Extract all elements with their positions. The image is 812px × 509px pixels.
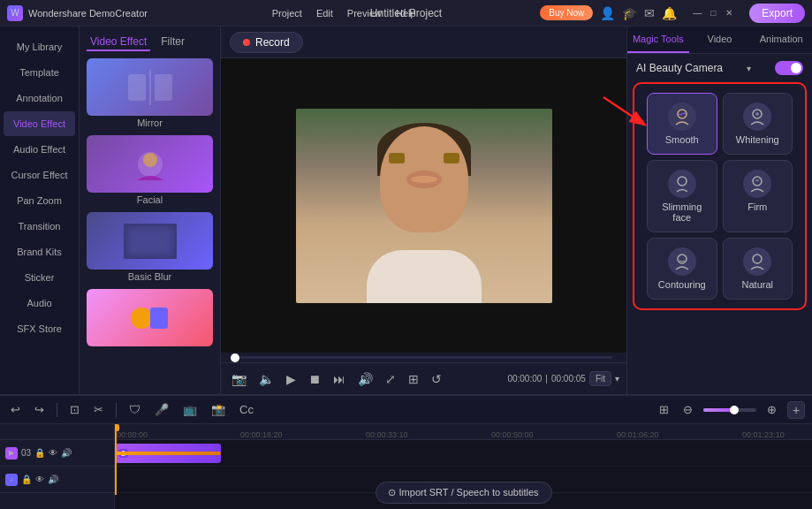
ruler-spacer xyxy=(0,424,114,440)
lock-icon[interactable]: 🔒 xyxy=(34,448,45,459)
effect-blur-thumb xyxy=(87,212,213,270)
sidebar-item-audio[interactable]: Audio xyxy=(4,291,75,315)
redo-button[interactable]: ↪ xyxy=(31,401,48,418)
play-button[interactable]: ▶ xyxy=(283,370,300,388)
audio-button[interactable]: 🔊 xyxy=(354,370,376,388)
tab-video[interactable]: Video xyxy=(689,27,751,53)
sidebar-item-brand-kits[interactable]: Brand Kits xyxy=(4,239,75,264)
undo-button[interactable]: ↩ xyxy=(7,401,24,418)
smooth-svg xyxy=(672,107,692,126)
beauty-slimming-button[interactable]: Slimming face xyxy=(647,160,717,232)
pip-button[interactable]: ⊞ xyxy=(405,370,422,388)
app-icon: W xyxy=(7,5,23,21)
timeline: ↩ ↪ ⊡ ✂ 🛡 🎤 📺 📸 Cc ⊞ ⊖ ⊕ + ▶ 03 🔒 👁 🔊 xyxy=(0,394,812,509)
stop-button[interactable]: ⏹ xyxy=(305,370,324,388)
dropdown-chevron-icon[interactable]: ▾ xyxy=(615,374,619,384)
fullscreen-button[interactable]: ⤢ xyxy=(382,370,399,388)
fit-button[interactable]: Fit xyxy=(589,371,611,386)
lock-audio-icon[interactable]: 🔒 xyxy=(21,475,32,485)
record-button[interactable]: Record xyxy=(230,32,303,53)
track-header-audio: ♪ 🔒 👁 🔊 xyxy=(0,467,114,493)
skip-forward-button[interactable]: ⏭ xyxy=(330,370,349,388)
svg-point-16 xyxy=(753,177,762,186)
beauty-firm-button[interactable]: Firm xyxy=(723,160,793,232)
right-panel: Magic Tools Video Animation AI Beauty Ca… xyxy=(626,27,812,394)
crop-button[interactable]: ⊡ xyxy=(66,401,83,418)
hat-icon[interactable]: 🎓 xyxy=(622,6,637,20)
track-video-icon: ▶ xyxy=(5,447,18,460)
facial-svg xyxy=(124,147,177,182)
mirror-svg xyxy=(124,70,177,105)
sidebar-item-sfx-store[interactable]: SFX Store xyxy=(4,316,75,341)
import-srt-button[interactable]: ⊙ Import SRT / Speech to subtitles xyxy=(375,482,551,504)
screen-button[interactable]: 📺 xyxy=(179,401,201,418)
zoom-in-button[interactable]: ⊕ xyxy=(763,401,780,418)
ruler-2: 00:00:33:10 xyxy=(366,430,408,439)
beauty-contouring-button[interactable]: Contouring xyxy=(647,238,717,300)
maximize-button[interactable]: □ xyxy=(707,7,719,19)
mail-icon[interactable]: ✉ xyxy=(644,6,655,20)
whitening-svg xyxy=(747,107,767,126)
caption-button[interactable]: Cc xyxy=(236,401,257,418)
beauty-smooth-button[interactable]: Smooth xyxy=(647,93,717,155)
audio-track-icon[interactable]: 🔊 xyxy=(61,448,72,458)
eye-audio-icon[interactable]: 👁 xyxy=(35,475,44,484)
add-track-button[interactable]: + xyxy=(787,401,805,419)
tab-animation[interactable]: Animation xyxy=(750,27,812,53)
preview-progress-bar[interactable] xyxy=(221,353,626,362)
sidebar-item-pan-zoom[interactable]: Pan Zoom xyxy=(4,188,75,213)
effect-basic-blur[interactable]: Basic Blur xyxy=(87,212,213,282)
bell-icon[interactable]: 🔔 xyxy=(662,6,677,20)
panel-tabs: Video Effect Filter xyxy=(87,34,213,51)
window-controls[interactable]: — □ ✕ xyxy=(691,7,735,19)
progress-track[interactable] xyxy=(235,356,612,359)
svg-point-15 xyxy=(678,177,687,186)
sidebar-item-cursor-effect[interactable]: Cursor Effect xyxy=(4,163,75,187)
effect-mirror[interactable]: Mirror xyxy=(87,58,213,128)
eye-icon[interactable]: 👁 xyxy=(49,448,57,458)
time-total: 00:00:05 xyxy=(551,374,586,384)
beauty-grid-highlight: Smooth Whitening xyxy=(633,82,807,310)
progress-thumb[interactable] xyxy=(231,353,239,362)
snapshot-button[interactable]: 📷 xyxy=(228,370,250,388)
volume-button[interactable]: 🔈 xyxy=(255,370,277,388)
sidebar-item-audio-effect[interactable]: Audio Effect xyxy=(4,137,75,162)
playhead-head xyxy=(115,424,119,431)
mute-icon[interactable]: 🔊 xyxy=(48,475,58,484)
beauty-natural-button[interactable]: Natural xyxy=(723,238,793,300)
effect-facial[interactable]: Facial xyxy=(87,135,213,205)
menu-project[interactable]: Project xyxy=(272,8,302,19)
split-button[interactable]: ✂ xyxy=(90,401,107,418)
playhead[interactable] xyxy=(115,424,117,495)
camera-button[interactable]: 📸 xyxy=(208,401,229,418)
ai-beauty-toggle[interactable] xyxy=(775,61,803,75)
zoom-fit-button[interactable]: ⊞ xyxy=(656,401,672,418)
user-icon[interactable]: 👤 xyxy=(600,6,615,20)
tab-video-effect[interactable]: Video Effect xyxy=(87,34,150,51)
effect-other[interactable] xyxy=(87,289,213,346)
sidebar-item-my-library[interactable]: My Library xyxy=(4,34,75,59)
sidebar-item-video-effect[interactable]: Video Effect xyxy=(4,111,75,136)
minimize-button[interactable]: — xyxy=(691,7,703,19)
tab-filter[interactable]: Filter xyxy=(157,34,188,51)
sidebar-item-template[interactable]: Template xyxy=(4,60,75,85)
zoom-out-button[interactable]: ⊖ xyxy=(679,401,696,418)
menu-edit[interactable]: Edit xyxy=(316,8,333,19)
voice-button[interactable]: 🛡 xyxy=(125,401,144,418)
sidebar-item-annotation[interactable]: Annotation xyxy=(4,86,75,110)
sidebar-item-sticker[interactable]: Sticker xyxy=(4,265,75,290)
head xyxy=(380,126,468,232)
ai-beauty-dropdown-icon[interactable]: ▾ xyxy=(747,64,751,73)
sidebar-item-transition[interactable]: Transition xyxy=(4,214,75,239)
buy-now-button[interactable]: Buy Now xyxy=(540,5,593,20)
export-button[interactable]: Export xyxy=(749,4,805,23)
beauty-whitening-button[interactable]: Whitening xyxy=(723,93,793,155)
rotate-button[interactable]: ↺ xyxy=(428,370,445,388)
tab-magic-tools[interactable]: Magic Tools xyxy=(627,27,689,53)
slimming-svg xyxy=(672,174,692,194)
mic-button[interactable]: 🎤 xyxy=(151,401,172,418)
zoom-thumb[interactable] xyxy=(730,406,739,414)
zoom-slider[interactable] xyxy=(703,408,756,412)
close-button[interactable]: ✕ xyxy=(723,7,735,19)
natural-icon xyxy=(743,247,771,276)
